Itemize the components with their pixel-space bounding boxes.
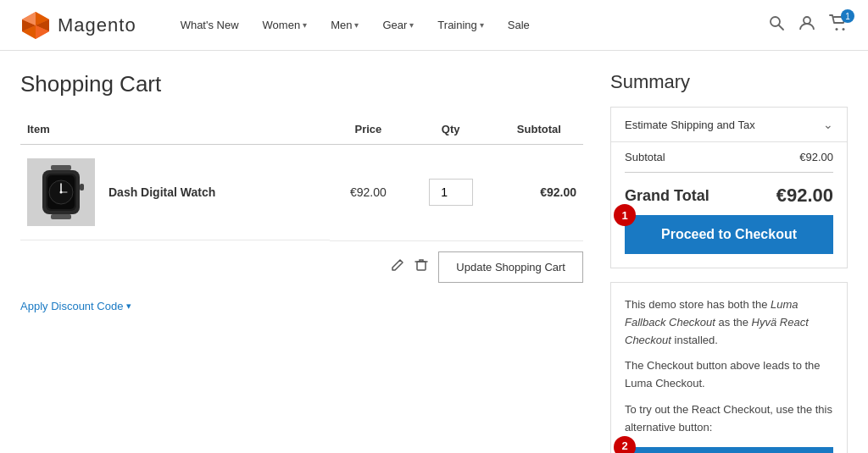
summary-box: Estimate Shipping and Tax ⌄ Subtotal €92… <box>610 107 848 268</box>
edit-icon[interactable] <box>391 258 404 275</box>
update-cart-button[interactable]: Update Shopping Cart <box>438 251 583 283</box>
svg-point-10 <box>836 28 838 30</box>
checkout-button-wrapper: 1 Proceed to Checkout <box>625 215 833 254</box>
site-header: Magento What's New Women ▾ Men ▾ Gear ▾ … <box>0 0 868 51</box>
discount-section: Apply Discount Code ▾ <box>20 300 583 312</box>
info-line-2: The Checkout button above leads to the L… <box>625 357 833 393</box>
qty-input[interactable] <box>429 179 473 206</box>
main-content: Shopping Cart Item Price Qty Subtotal <box>0 51 868 453</box>
info-box: This demo store has both the Luma Fallba… <box>610 282 848 453</box>
grand-total-row: Grand Total €92.00 <box>611 173 847 215</box>
svg-rect-13 <box>51 214 71 219</box>
discount-chevron-icon: ▾ <box>126 301 131 312</box>
cart-section: Shopping Cart Item Price Qty Subtotal <box>20 71 583 453</box>
men-chevron-icon: ▾ <box>354 20 359 30</box>
cart-count-badge: 1 <box>841 9 854 23</box>
col-price: Price <box>330 114 406 145</box>
estimate-chevron-icon: ⌄ <box>823 118 833 131</box>
product-cell: Dash Digital Watch <box>20 145 330 240</box>
table-row: Dash Digital Watch €92.00 €92.00 <box>20 145 583 241</box>
proceed-checkout-button[interactable]: Proceed to Checkout <box>625 215 833 254</box>
col-subtotal: Subtotal <box>495 114 583 145</box>
product-image <box>27 158 95 226</box>
main-nav: What's New Women ▾ Men ▾ Gear ▾ Training… <box>170 12 768 38</box>
header-icons: 1 <box>768 14 848 36</box>
summary-section: Summary Estimate Shipping and Tax ⌄ Subt… <box>610 71 848 453</box>
info-line-3: To try out the React Checkout, use the t… <box>625 401 833 437</box>
svg-rect-21 <box>80 184 84 191</box>
nav-sale[interactable]: Sale <box>498 12 540 38</box>
svg-point-9 <box>804 17 810 24</box>
svg-rect-22 <box>417 262 426 270</box>
nav-training[interactable]: Training ▾ <box>427 12 493 38</box>
react-checkout-button[interactable]: Try the React Checkout <box>625 447 833 453</box>
product-name: Dash Digital Watch <box>108 185 215 199</box>
account-icon[interactable] <box>798 14 815 36</box>
page-title: Shopping Cart <box>20 71 583 97</box>
cart-table: Item Price Qty Subtotal <box>20 114 583 241</box>
nav-women[interactable]: Women ▾ <box>253 12 318 38</box>
logo[interactable]: Magento <box>20 10 136 41</box>
women-chevron-icon: ▾ <box>303 20 307 30</box>
subtotal-value: €92.00 <box>799 151 833 163</box>
estimate-label: Estimate Shipping and Tax <box>625 119 755 131</box>
nav-whats-new[interactable]: What's New <box>170 12 249 38</box>
nav-men[interactable]: Men ▾ <box>320 12 369 38</box>
svg-point-11 <box>843 28 845 30</box>
product-price: €92.00 <box>330 145 406 241</box>
subtotal-label: Subtotal <box>625 151 665 163</box>
svg-rect-12 <box>51 165 71 170</box>
discount-link[interactable]: Apply Discount Code ▾ <box>20 300 583 312</box>
delete-icon[interactable] <box>415 258 428 275</box>
gear-chevron-icon: ▾ <box>409 20 414 30</box>
nav-gear[interactable]: Gear ▾ <box>372 12 424 38</box>
subtotal-row: Subtotal €92.00 <box>611 142 847 172</box>
magento-logo-icon <box>20 10 51 41</box>
cart-actions: Update Shopping Cart <box>20 241 583 293</box>
grand-total-value: €92.00 <box>776 185 833 207</box>
react-button-wrapper: 2 Try the React Checkout <box>625 447 833 453</box>
product-subtotal: €92.00 <box>495 145 583 241</box>
product-qty-cell <box>406 145 494 241</box>
svg-point-20 <box>60 191 63 194</box>
table-header-row: Item Price Qty Subtotal <box>20 114 583 145</box>
watch-image-svg <box>27 158 95 226</box>
svg-line-8 <box>779 25 784 30</box>
callout-badge-1: 1 <box>614 204 636 226</box>
search-icon[interactable] <box>768 14 785 36</box>
grand-total-label: Grand Total <box>625 187 709 205</box>
callout-badge-2: 2 <box>614 436 636 453</box>
summary-title: Summary <box>610 71 848 93</box>
training-chevron-icon: ▾ <box>480 20 484 30</box>
logo-text: Magento <box>58 14 136 36</box>
info-line-1: This demo store has both the Luma Fallba… <box>625 296 833 349</box>
col-item: Item <box>20 114 330 145</box>
col-qty: Qty <box>406 114 494 145</box>
estimate-shipping-row[interactable]: Estimate Shipping and Tax ⌄ <box>611 108 847 142</box>
cart-icon[interactable]: 1 <box>829 14 848 36</box>
